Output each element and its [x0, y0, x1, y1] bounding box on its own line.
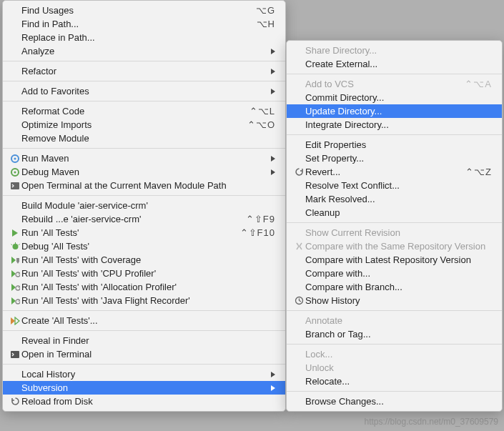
menu-item-label: Optimize Imports — [21, 119, 240, 130]
menu-item-run-maven[interactable]: Run Maven — [3, 152, 285, 165]
menu-item-mark-resolved[interactable]: Mark Resolved... — [287, 192, 502, 206]
menu-item-reveal-in-finder[interactable]: Reveal in Finder — [3, 334, 285, 347]
menu-item-run-all-tests-with-allocation-profiler[interactable]: Run 'All Tests' with 'Allocation Profile… — [3, 280, 285, 294]
menu-item-label: Debug 'All Tests' — [21, 241, 275, 252]
menu-separator — [287, 344, 502, 345]
menu-item-analyze[interactable]: Analyze — [3, 44, 285, 58]
menu-item-label: Integrate Directory... — [305, 119, 492, 130]
menu-item-local-history[interactable]: Local History — [3, 367, 285, 381]
menu-separator — [3, 148, 285, 149]
diff-icon — [292, 242, 305, 251]
menu-item-label: Mark Resolved... — [305, 194, 492, 204]
menu-separator — [3, 61, 285, 61]
menu-item-branch-or-tag[interactable]: Branch or Tag... — [287, 327, 502, 341]
terminal-icon — [9, 181, 21, 191]
menu-item-rebuild-e-aier-service-crm[interactable]: Rebuild ...e 'aier-service-crm'⌃⇧F9 — [3, 212, 285, 226]
menu-item-run-all-tests-with-java-flight-recorder[interactable]: Run 'All Tests' with 'Java Flight Record… — [3, 294, 285, 307]
submenu-arrow-icon — [271, 156, 275, 162]
menu-separator — [287, 310, 502, 311]
menu-item-label: Reformat Code — [21, 106, 242, 117]
terminal-dark-icon — [9, 350, 21, 360]
menu-item-label: Debug Maven — [21, 167, 265, 177]
menu-item-remove-module[interactable]: Remove Module — [3, 132, 285, 145]
menu-item-browse-changes[interactable]: Browse Changes... — [287, 395, 502, 408]
menu-item-reload-from-disk[interactable]: Reload from Disk — [3, 395, 285, 408]
menu-item-compare-with-latest-repository-version[interactable]: Compare with Latest Repository Version — [287, 253, 502, 267]
context-menu-subversion: Share Directory...Create External...Add … — [286, 40, 503, 412]
clock-icon — [292, 296, 305, 305]
menu-separator — [3, 101, 285, 101]
menu-item-commit-directory[interactable]: Commit Directory... — [287, 91, 502, 104]
menu-item-find-usages[interactable]: Find Usages⌥G — [3, 4, 285, 17]
menu-item-label: Subversion — [21, 382, 265, 393]
menu-separator — [287, 134, 502, 135]
menu-item-label: Reveal in Finder — [21, 335, 275, 346]
menu-item-create-all-tests[interactable]: Create 'All Tests'... — [3, 314, 285, 327]
gear-green-icon — [9, 167, 21, 177]
menu-item-edit-properties[interactable]: Edit Properties — [287, 138, 502, 152]
menu-item-show-history[interactable]: Show History — [287, 294, 502, 307]
menu-item-shortcut: ⌃⇧F10 — [233, 227, 275, 238]
menu-item-run-all-tests[interactable]: Run 'All Tests'⌃⇧F10 — [3, 226, 285, 239]
menu-item-label: Run 'All Tests' with 'CPU Profiler' — [21, 268, 275, 279]
menu-item-label: Unlock — [305, 362, 492, 373]
menu-item-create-external[interactable]: Create External... — [287, 57, 502, 71]
menu-item-label: Edit Properties — [305, 139, 492, 150]
menu-item-run-all-tests-with-cpu-profiler[interactable]: Run 'All Tests' with 'CPU Profiler' — [3, 267, 285, 280]
menu-item-debug-maven[interactable]: Debug Maven — [3, 165, 285, 179]
menu-item-open-terminal-at-the-current-maven-module-path[interactable]: Open Terminal at the Current Maven Modul… — [3, 179, 285, 192]
menu-separator — [287, 391, 502, 392]
svg-rect-15 — [11, 351, 19, 358]
menu-item-add-to-vcs: Add to VCS⌃⌥A — [287, 77, 502, 91]
menu-item-unlock: Unlock — [287, 361, 502, 375]
menu-item-relocate[interactable]: Relocate... — [287, 375, 502, 388]
play-icon — [9, 229, 21, 237]
menu-item-refactor[interactable]: Refactor — [3, 64, 285, 78]
menu-item-set-property[interactable]: Set Property... — [287, 152, 502, 165]
menu-item-label: Browse Changes... — [305, 396, 492, 407]
svg-point-1 — [14, 157, 16, 159]
submenu-arrow-icon — [271, 385, 275, 391]
menu-separator — [3, 195, 285, 196]
menu-item-label: Lock... — [305, 349, 492, 360]
menu-item-update-directory[interactable]: Update Directory... — [287, 104, 502, 118]
menu-item-label: Find in Path... — [21, 19, 249, 29]
menu-item-reformat-code[interactable]: Reformat Code⌃⌥L — [3, 104, 285, 118]
menu-item-share-directory: Share Directory... — [287, 44, 502, 57]
menu-item-optimize-imports[interactable]: Optimize Imports⌃⌥O — [3, 118, 285, 132]
menu-item-run-all-tests-with-coverage[interactable]: Run 'All Tests' with Coverage — [3, 253, 285, 267]
menu-item-open-in-terminal[interactable]: Open in Terminal — [3, 347, 285, 361]
menu-item-debug-all-tests[interactable]: Debug 'All Tests' — [3, 239, 285, 253]
play-shield-icon — [9, 256, 21, 264]
submenu-arrow-icon — [271, 89, 275, 94]
menu-item-label: Compare with the Same Repository Version — [305, 241, 492, 252]
submenu-arrow-icon — [271, 169, 275, 175]
menu-item-replace-in-path[interactable]: Replace in Path... — [3, 31, 285, 44]
menu-item-integrate-directory[interactable]: Integrate Directory... — [287, 118, 502, 132]
menu-item-revert[interactable]: Revert...⌃⌥Z — [287, 165, 502, 179]
gear-blue-icon — [9, 154, 21, 164]
menu-item-label: Update Directory... — [305, 106, 492, 117]
menu-item-label: Revert... — [305, 167, 458, 177]
menu-item-resolve-text-conflict[interactable]: Resolve Text Conflict... — [287, 179, 502, 192]
menu-item-shortcut: ⌥G — [249, 5, 275, 16]
menu-item-label: Commit Directory... — [305, 92, 492, 103]
menu-item-shortcut: ⌃⌥L — [242, 106, 275, 117]
submenu-arrow-icon — [271, 372, 275, 377]
menu-item-label: Share Directory... — [305, 45, 492, 56]
menu-item-label: Analyze — [21, 46, 265, 56]
play-meter-icon — [9, 269, 21, 278]
menu-item-shortcut: ⌃⌥A — [458, 79, 492, 89]
menu-item-build-module-aier-service-crm[interactable]: Build Module 'aier-service-crm' — [3, 199, 285, 212]
svg-line-12 — [18, 287, 19, 288]
menu-item-compare-with-the-same-repository-version: Compare with the Same Repository Version — [287, 239, 502, 253]
menu-item-cleanup[interactable]: Cleanup — [287, 206, 502, 219]
menu-item-find-in-path[interactable]: Find in Path...⌥H — [3, 17, 285, 31]
menu-item-compare-with-branch[interactable]: Compare with Branch... — [287, 280, 502, 294]
menu-item-label: Local History — [21, 369, 265, 380]
menu-item-subversion[interactable]: Subversion — [3, 381, 285, 395]
menu-item-label: Run 'All Tests' with 'Java Flight Record… — [21, 295, 275, 306]
menu-item-add-to-favorites[interactable]: Add to Favorites — [3, 84, 285, 98]
menu-item-compare-with[interactable]: Compare with... — [287, 267, 502, 280]
menu-item-label: Find Usages — [21, 5, 249, 16]
